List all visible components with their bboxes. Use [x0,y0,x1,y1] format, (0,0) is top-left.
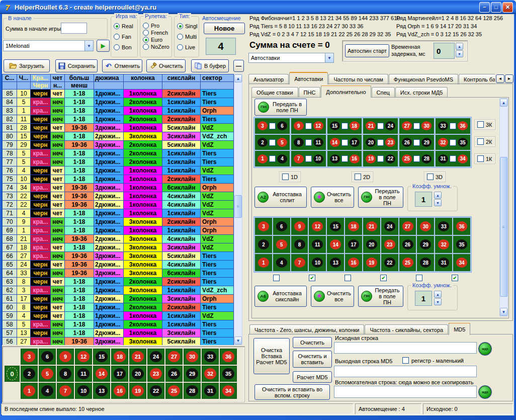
clear-button[interactable]: Очистить [146,59,186,72]
board-cell[interactable]: 3 [21,349,38,365]
board-cell[interactable]: 29 [184,366,201,382]
coeff-spinner[interactable]: ▲ ▼ [434,291,442,305]
split-checkbox[interactable] [450,139,456,146]
table-row[interactable]: 608чернчет1-181дюжи...2колонка2сиклайнTi… [3,303,234,312]
titlebar[interactable]: 7 HelperRoullet 6.3 - create helperroull… [0,0,516,14]
scroll-down-button[interactable]: ▼ [234,337,242,345]
header-cell[interactable] [17,82,31,89]
scroll-up-button[interactable]: ▲ [234,74,242,82]
board-cell[interactable]: 14 [93,366,110,382]
checkbox-icon[interactable] [477,121,484,128]
minimize-button[interactable]: − [479,2,490,13]
table-row[interactable]: 7222чернчет19-362дюжи...1колонка4сиклайн… [3,201,234,209]
table-row[interactable]: 831кра...неч1-181дюжи...1колонка1сиклайн… [3,107,234,115]
radio-option[interactable]: Fan [114,34,133,40]
md5-source-input[interactable] [334,342,477,354]
split-checkbox[interactable] [413,155,420,162]
table-row[interactable]: 7322чернчет19-362дюжи...1колонка4сиклайн… [3,192,234,201]
board-cell[interactable]: 32 [202,366,219,382]
radio-option[interactable]: Live [177,44,197,50]
board-zero[interactable]: 0 [5,366,20,382]
table-row[interactable]: 7929черннеч19-363дюжи...2колонка5сиклайн… [3,141,234,149]
table-row[interactable]: 775кра...неч1-181дюжи...2колонка1сиклайн… [3,158,234,166]
board-cell[interactable]: 11 [75,366,92,382]
checkbox-icon[interactable] [282,174,289,180]
table-row[interactable]: 714чернчет1-181дюжи...1колонка1сиклайнVd… [3,209,234,218]
header-cell[interactable]: Черн [31,82,51,89]
board-cell[interactable]: 21 [129,349,146,365]
split-checkbox[interactable] [377,155,384,162]
split-checkbox[interactable] [413,123,420,129]
table-row[interactable]: 7434кра...чет19-363дюжи...1колонка6сикла… [3,184,234,192]
split-checkbox[interactable] [341,139,348,146]
split-checkbox[interactable] [305,123,312,129]
header-cell[interactable]: дюжина [94,74,124,81]
spinner-up-icon[interactable]: ▲ [456,43,463,50]
board-cell[interactable]: 22 [147,383,164,399]
coeff-spinner-value[interactable]: 1 [415,291,432,306]
undo-button[interactable]: ↶ Отменить [102,59,142,72]
md5-clear-button[interactable]: Очистить [293,337,332,348]
spinner-up-icon[interactable]: ▲ [434,291,442,298]
copy-buffer-button[interactable]: В буфер [191,59,229,72]
board-cell[interactable]: 24 [147,349,164,365]
clear-all-button[interactable]: ✶ Очистить все [311,286,354,307]
main-tab[interactable]: Частоты по числам [328,74,388,85]
board-cell[interactable]: 23 [147,366,164,382]
table-row[interactable]: 6718кра...чет1-182дюжи...3колонка3сиклай… [3,243,234,252]
autobet-split-button[interactable]: А2 Автоставка сплит [254,187,307,208]
header-cell[interactable]: н... [51,82,65,89]
main-tab[interactable]: Анализатор [248,74,289,85]
board-cell[interactable]: 26 [165,366,183,382]
table-row[interactable]: 638чернчет1-181дюжи...2колонка2сиклайнTi… [3,278,234,286]
board-cell[interactable]: 18 [111,349,128,365]
radio-option[interactable]: Real [114,23,133,29]
autospin-start-button[interactable]: Автоспин старт [345,44,389,57]
board-cell[interactable]: 9 [57,349,74,365]
md5-case-check[interactable]: регистр - маленький [402,357,464,364]
sub-tab[interactable]: Спец [372,87,395,98]
scroll-down-button[interactable]: ▼ [500,308,507,316]
autobets-combo[interactable]: Автоставки ▼ [248,53,334,63]
md5-output-input[interactable] [334,366,477,377]
scroll-thumb[interactable]: ≡ [234,195,242,218]
sub-tab[interactable]: Исх. строки МД5 [395,87,448,98]
checkbox-icon[interactable] [477,155,484,162]
table-row[interactable]: 8015черннеч1-182дюжи...3колонка3сиклайнV… [3,132,234,141]
transfer-pn-button[interactable]: ПН Передать в поле ПН [254,99,307,116]
clear-all-button[interactable]: ✶ Очистить все [311,187,354,208]
header-cell[interactable] [94,82,124,89]
spinner-down-icon[interactable]: ▼ [434,298,442,305]
save-button[interactable]: Сохранить [55,59,98,72]
chevron-down-icon[interactable]: ▼ [84,41,93,51]
maximize-button[interactable]: □ [491,2,501,13]
table-row[interactable]: 5713черннеч1-182дюжи...1колонка3сиклайнT… [3,329,234,338]
split-checkbox[interactable] [377,123,384,129]
sixline-checkbox[interactable] [380,275,387,281]
board-cell[interactable]: 19 [129,383,146,399]
tab-scroll-right-button[interactable]: ► [505,74,513,83]
checkbox-icon[interactable] [402,357,409,364]
strategy-combo[interactable]: 1Melonati ▼ [3,40,94,51]
coeff-spinner[interactable]: ▲ ▼ [434,192,442,206]
md5-icon[interactable]: МД5 [479,386,491,398]
autoshift-new-button[interactable]: Новое [204,23,245,34]
load-button[interactable]: Загрузить [4,59,50,72]
spinner-down-icon[interactable]: ▼ [434,199,442,206]
header-cell[interactable]: менш [65,82,94,89]
board-cell[interactable]: 28 [184,383,201,399]
md5-clear-paste-button[interactable]: Очистить и вставить [293,351,332,368]
header-cell[interactable]: Ч... [17,74,31,81]
dozen-check[interactable]: 2D [352,172,373,182]
header-cell[interactable]: колонка [124,74,162,81]
header-cell[interactable] [124,82,162,89]
tab-scroll-left-button[interactable]: ◄ [496,74,504,83]
autobet-sixline-button[interactable]: А6 Автоставка сикслайн [254,286,307,307]
sixline-checkbox[interactable] [416,275,422,281]
radio-option[interactable]: French [143,30,169,36]
table-row[interactable]: 6117черннеч1-182дюжи...2колонка3сиклайнO… [3,295,234,303]
bottom-tab[interactable]: MD5 [449,323,470,335]
panel-scrollbar[interactable]: ▲ ▼ ≡ [499,98,508,316]
table-row[interactable]: 6524чернчет19-362дюжи...3колонка4сиклайн… [3,261,234,269]
spinner-up-icon[interactable]: ▲ [434,192,442,199]
